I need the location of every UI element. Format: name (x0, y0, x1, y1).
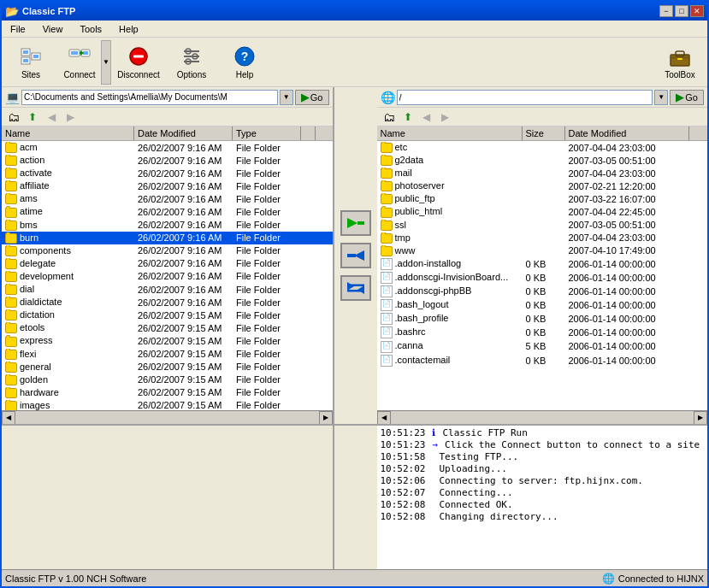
right-file-size: 0 KB (523, 286, 565, 297)
log-icon: → (432, 439, 438, 451)
right-file-row[interactable]: 📄.addonscgi-phpBB 0 KB 2006-01-14 00:00:… (377, 285, 708, 298)
left-file-name: dial (2, 284, 134, 295)
right-hscroll-right[interactable]: ▶ (694, 411, 707, 425)
left-nav-forward-icon[interactable]: ▶ (62, 109, 79, 125)
right-hscroll-left[interactable]: ◀ (377, 411, 391, 425)
right-file-row[interactable]: mail 2007-04-04 23:03:00 (377, 167, 708, 179)
right-file-row[interactable]: ssl 2007-03-05 00:51:00 (377, 219, 708, 232)
menu-view[interactable]: View (38, 23, 68, 35)
left-file-name: hardware (2, 387, 134, 398)
left-file-row[interactable]: action 26/02/2007 9:16 AM File Folder (2, 154, 333, 167)
right-file-date: 2006-01-14 00:00:00 (565, 259, 689, 269)
right-file-row[interactable]: 📄.contactemail 0 KB 2006-01-14 00:00:00 (377, 354, 708, 368)
left-col-date-header[interactable]: Date Modified (134, 126, 233, 140)
left-file-name: action (2, 155, 134, 166)
options-button[interactable]: Options (166, 40, 217, 85)
menu-help[interactable]: Help (114, 23, 144, 35)
right-file-row[interactable]: 📄.bash_logout 0 KB 2006-01-14 00:00:00 (377, 298, 708, 312)
minimize-button[interactable]: − (659, 5, 673, 17)
title-bar: 📂 Classic FTP − □ ✕ (2, 2, 707, 21)
left-file-type: File Folder (233, 400, 301, 410)
svg-rect-3 (23, 59, 28, 62)
left-go-button[interactable]: ▶ Go (295, 90, 329, 105)
right-file-list[interactable]: etc 2007-04-04 23:03:00 g2data 2007-03-0… (377, 141, 708, 410)
left-nav-folder-icon[interactable]: 🗂 (5, 109, 22, 125)
left-file-row[interactable]: general 26/02/2007 9:15 AM File Folder (2, 361, 333, 373)
right-nav-forward-icon[interactable]: ▶ (437, 109, 454, 125)
left-file-row[interactable]: delegate 26/02/2007 9:16 AM File Folder (2, 257, 333, 270)
log-content[interactable]: 10:51:23ℹClassic FTP Run10:51:23→Click t… (377, 426, 708, 569)
left-file-row[interactable]: acm 26/02/2007 9:16 AM File Folder (2, 141, 333, 154)
left-file-row[interactable]: dial 26/02/2007 9:16 AM File Folder (2, 283, 333, 296)
left-file-row[interactable]: atime 26/02/2007 9:16 AM File Folder (2, 205, 333, 218)
left-file-row[interactable]: images 26/02/2007 9:15 AM File Folder (2, 399, 333, 410)
transfer-right-button[interactable] (340, 210, 371, 236)
right-col-size-header[interactable]: Size (523, 126, 565, 140)
left-hscrollbar[interactable]: ◀ ▶ (2, 410, 333, 424)
help-icon: ? (233, 44, 257, 68)
right-address-input[interactable] (397, 90, 653, 105)
left-nav-up-icon[interactable]: ⬆ (24, 109, 41, 125)
close-button[interactable]: ✕ (690, 5, 704, 17)
right-file-row[interactable]: public_ftp 2007-03-22 16:07:00 (377, 192, 708, 205)
left-nav-back-icon[interactable]: ◀ (43, 109, 60, 125)
left-file-row[interactable]: dialdictate 26/02/2007 9:16 AM File Fold… (2, 296, 333, 309)
sites-button[interactable]: Sites (5, 40, 56, 85)
left-file-row[interactable]: dictation 26/02/2007 9:15 AM File Folder (2, 309, 333, 321)
left-hscroll-right[interactable]: ▶ (319, 411, 333, 425)
left-file-row[interactable]: ams 26/02/2007 9:16 AM File Folder (2, 192, 333, 205)
right-file-row[interactable]: www 2007-04-10 17:49:00 (377, 244, 708, 257)
left-file-type: File Folder (233, 297, 301, 308)
left-col-name-header[interactable]: Name (2, 126, 134, 140)
right-file-row[interactable]: 📄.canna 5 KB 2006-01-14 00:00:00 (377, 339, 708, 353)
left-file-row[interactable]: flexi 26/02/2007 9:15 AM File Folder (2, 348, 333, 361)
left-file-row[interactable]: affiliate 26/02/2007 9:16 AM File Folder (2, 179, 333, 192)
right-col-date-header[interactable]: Date Modified (565, 126, 689, 140)
right-file-name: public_html (377, 206, 523, 217)
right-nav-back-icon[interactable]: ◀ (418, 109, 435, 125)
right-nav-folder-icon[interactable]: 🗂 (381, 109, 398, 125)
right-file-row[interactable]: g2data 2007-03-05 00:51:00 (377, 154, 708, 167)
left-file-name: development (2, 271, 134, 282)
right-hscrollbar[interactable]: ◀ ▶ (377, 410, 708, 424)
left-file-row[interactable]: hardware 26/02/2007 9:15 AM File Folder (2, 386, 333, 399)
left-file-row[interactable]: activate 26/02/2007 9:16 AM File Folder (2, 167, 333, 179)
right-file-row[interactable]: 📄.bashrc 0 KB 2006-01-14 00:00:00 (377, 326, 708, 339)
help-button[interactable]: ? Help (219, 40, 270, 85)
left-file-row[interactable]: burn 26/02/2007 9:16 AM File Folder (2, 232, 333, 244)
connect-button[interactable]: Connect (58, 40, 101, 85)
right-file-row[interactable]: public_html 2007-04-04 22:45:00 (377, 205, 708, 218)
left-file-row[interactable]: golden 26/02/2007 9:15 AM File Folder (2, 373, 333, 386)
right-file-row[interactable]: 📄.addonscgi-InvisionBoard... 0 KB 2006-0… (377, 271, 708, 285)
toolbox-button[interactable]: ToolBox (656, 40, 704, 85)
left-hscroll-left[interactable]: ◀ (2, 411, 15, 425)
left-file-list[interactable]: acm 26/02/2007 9:16 AM File Folder actio… (2, 141, 333, 410)
right-file-row[interactable]: 📄.bash_profile 0 KB 2006-01-14 00:00:00 (377, 312, 708, 326)
left-file-row[interactable]: development 26/02/2007 9:16 AM File Fold… (2, 270, 333, 283)
left-addr-dropdown[interactable]: ▼ (280, 90, 293, 105)
disconnect-button[interactable]: Disconnect (113, 40, 164, 85)
left-file-type: File Folder (233, 374, 301, 385)
transfer-left-button[interactable] (340, 243, 371, 268)
left-file-row[interactable]: components 26/02/2007 9:16 AM File Folde… (2, 244, 333, 257)
right-file-row[interactable]: tmp 2007-04-04 23:03:00 (377, 232, 708, 244)
menu-file[interactable]: File (5, 23, 31, 35)
left-col-type-header[interactable]: Type (233, 126, 301, 140)
transfer-both-button[interactable] (340, 275, 371, 301)
left-address-bar: 💻 ▼ ▶ Go (2, 87, 333, 108)
right-nav-up-icon[interactable]: ⬆ (399, 109, 417, 125)
right-file-row[interactable]: 📄.addon-installog 0 KB 2006-01-14 00:00:… (377, 257, 708, 271)
left-file-row[interactable]: express 26/02/2007 9:15 AM File Folder (2, 334, 333, 347)
left-address-input[interactable] (21, 90, 278, 105)
right-go-button[interactable]: ▶ Go (670, 90, 704, 105)
right-file-row[interactable]: etc 2007-04-04 23:03:00 (377, 141, 708, 154)
right-col-name-header[interactable]: Name (377, 126, 523, 140)
right-file-row[interactable]: photoserver 2007-02-21 12:20:00 (377, 179, 708, 192)
left-file-row[interactable]: bms 26/02/2007 9:16 AM File Folder (2, 219, 333, 232)
menu-tools[interactable]: Tools (74, 23, 107, 35)
left-file-row[interactable]: etools 26/02/2007 9:15 AM File Folder (2, 321, 333, 334)
left-file-date: 26/02/2007 9:15 AM (134, 400, 233, 410)
connect-dropdown-arrow[interactable]: ▼ (101, 40, 111, 85)
maximize-button[interactable]: □ (675, 5, 688, 17)
right-addr-dropdown[interactable]: ▼ (654, 90, 668, 105)
